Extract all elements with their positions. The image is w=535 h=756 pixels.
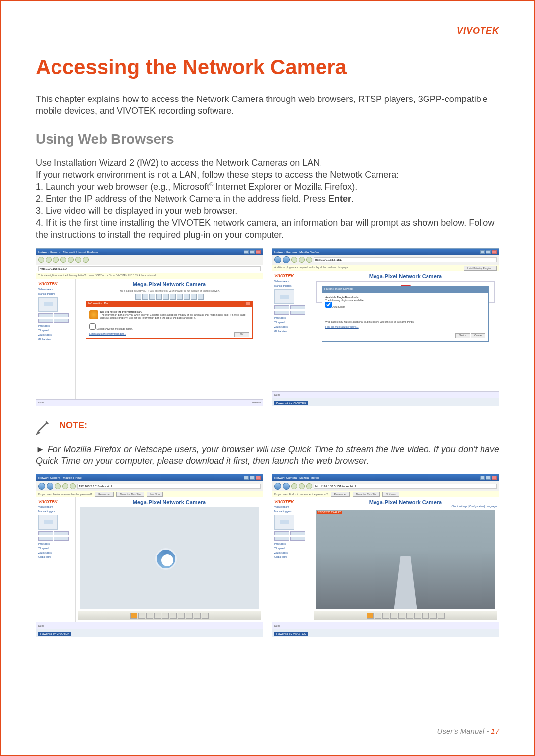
refresh-icon[interactable] <box>60 257 66 263</box>
control-icon[interactable] <box>186 613 193 619</box>
ptz-pad[interactable] <box>274 289 294 304</box>
favorites-icon[interactable] <box>83 257 89 263</box>
minimize-icon[interactable] <box>244 476 249 480</box>
ptz-btn[interactable] <box>290 305 305 309</box>
ptz-btn[interactable] <box>38 319 53 323</box>
stop-icon[interactable] <box>299 483 305 489</box>
ptz-btn[interactable] <box>274 537 289 541</box>
side-stream[interactable]: Video stream <box>274 505 310 508</box>
control-icon[interactable] <box>382 613 389 619</box>
control-icon[interactable] <box>422 613 429 619</box>
maximize-icon[interactable] <box>486 476 491 480</box>
side-tilt[interactable]: Tilt speed <box>38 329 73 332</box>
home-icon[interactable] <box>68 257 74 263</box>
close-icon[interactable] <box>492 250 497 254</box>
control-icon[interactable] <box>390 613 397 619</box>
home-icon[interactable] <box>306 257 312 263</box>
find-more-link[interactable]: Find out more about Plugins... <box>325 325 359 328</box>
side-zoom[interactable]: Zoom speed <box>274 325 310 328</box>
reload-icon[interactable] <box>291 483 297 489</box>
back-icon[interactable] <box>38 257 44 263</box>
notnow-button[interactable]: Not Now <box>382 492 399 497</box>
tool-icon[interactable] <box>177 294 183 300</box>
side-global[interactable]: Global view <box>38 338 73 341</box>
learn-more-link[interactable]: Learn about the Information Bar... <box>89 332 126 335</box>
side-stream[interactable]: Video stream <box>38 505 73 508</box>
tool-icon[interactable] <box>149 294 155 300</box>
ie-info-bar[interactable]: This site might require the following Ac… <box>36 273 263 279</box>
ptz-pad[interactable] <box>274 515 294 530</box>
dont-show-checkbox[interactable] <box>89 323 96 330</box>
notnow-button[interactable]: Not Now <box>147 492 163 497</box>
forward-icon[interactable] <box>283 256 290 263</box>
tool-icon[interactable] <box>142 294 148 300</box>
reload-icon[interactable] <box>291 257 297 263</box>
ptz-btn[interactable] <box>290 311 305 315</box>
tool-icon[interactable] <box>135 294 141 300</box>
maximize-icon[interactable] <box>250 250 255 254</box>
reload-icon[interactable] <box>55 483 61 489</box>
ptz-btn[interactable] <box>54 537 69 541</box>
tool-icon[interactable] <box>156 294 162 300</box>
ff-address-input[interactable] <box>314 257 497 262</box>
side-tilt[interactable]: Tilt speed <box>274 547 310 550</box>
ptz-btn[interactable] <box>54 531 69 535</box>
side-tilt[interactable]: Tilt speed <box>274 321 310 324</box>
stop-icon[interactable] <box>299 257 305 263</box>
side-pan[interactable]: Pan speed <box>274 316 310 319</box>
stop-icon[interactable] <box>53 257 59 263</box>
ptz-btn[interactable] <box>274 531 289 535</box>
live-address-input[interactable] <box>314 484 497 489</box>
cancel-button[interactable]: Cancel <box>471 333 485 338</box>
control-icon[interactable] <box>178 613 185 619</box>
tool-icon[interactable] <box>191 294 197 300</box>
control-icon[interactable] <box>414 613 421 619</box>
never-button[interactable]: Never for This Site <box>116 492 144 497</box>
tool-icon[interactable] <box>170 294 176 300</box>
ie-address-input[interactable] <box>38 266 261 271</box>
tool-icon[interactable] <box>163 294 169 300</box>
forward-icon[interactable] <box>46 257 52 263</box>
tool-icon[interactable] <box>198 294 204 300</box>
side-trigger[interactable]: Manual triggers <box>38 292 73 295</box>
qt-address-input[interactable] <box>77 484 261 489</box>
top-links[interactable]: Client settings | Configuration | Langua… <box>314 505 497 508</box>
forward-icon[interactable] <box>283 483 290 490</box>
side-trigger[interactable]: Manual triggers <box>274 510 310 513</box>
ok-button[interactable]: OK <box>234 332 249 337</box>
ptz-btn[interactable] <box>54 313 69 317</box>
ptz-btn[interactable] <box>290 531 305 535</box>
side-global[interactable]: Global view <box>38 555 73 558</box>
control-icon[interactable] <box>194 613 201 619</box>
control-icon[interactable] <box>170 613 177 619</box>
ptz-btn[interactable] <box>274 311 289 315</box>
side-tilt[interactable]: Tilt speed <box>38 547 73 550</box>
control-icon[interactable] <box>430 613 437 619</box>
ptz-btn[interactable] <box>54 319 69 323</box>
remember-button[interactable]: Remember <box>331 492 350 497</box>
control-icon[interactable] <box>438 613 445 619</box>
dialog-close-icon[interactable] <box>245 302 250 306</box>
side-trigger[interactable]: Manual triggers <box>274 284 310 287</box>
close-icon[interactable] <box>256 250 261 254</box>
tool-icon[interactable] <box>184 294 190 300</box>
maximize-icon[interactable] <box>486 250 491 254</box>
ptz-btn[interactable] <box>38 537 53 541</box>
remember-button[interactable]: Remember <box>95 492 114 497</box>
control-icon[interactable] <box>138 613 145 619</box>
home-icon[interactable] <box>70 483 76 489</box>
control-icon[interactable] <box>202 613 209 619</box>
back-icon[interactable] <box>274 256 281 263</box>
side-pan[interactable]: Pan speed <box>274 542 310 545</box>
close-icon[interactable] <box>492 476 497 480</box>
control-icon[interactable] <box>154 613 161 619</box>
home-icon[interactable] <box>306 483 312 489</box>
control-icon[interactable] <box>367 613 374 619</box>
close-icon[interactable] <box>256 476 261 480</box>
control-icon[interactable] <box>398 613 405 619</box>
ptz-btn[interactable] <box>274 305 289 309</box>
side-trigger[interactable]: Manual triggers <box>38 510 73 513</box>
side-stream[interactable]: Video stream <box>274 280 310 283</box>
ptz-btn[interactable] <box>290 537 305 541</box>
auto-select-checkbox[interactable] <box>325 302 332 308</box>
